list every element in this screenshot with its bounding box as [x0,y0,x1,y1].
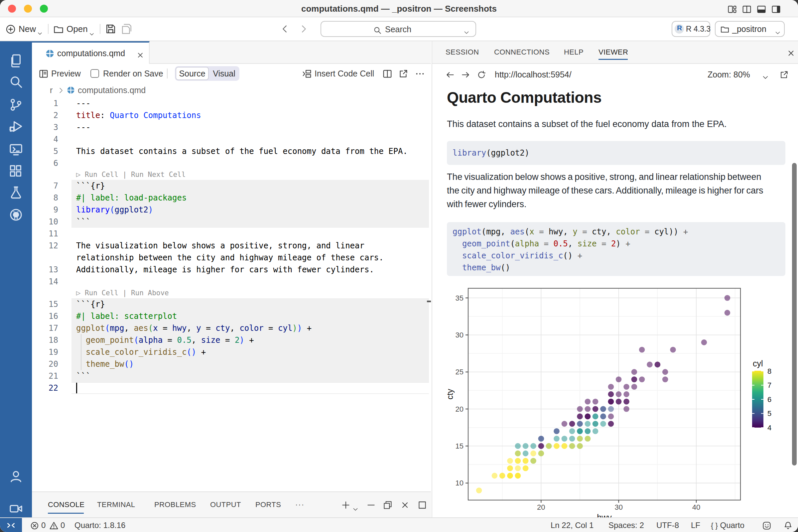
panel-maximize-icon[interactable] [418,500,427,509]
interpreter-button[interactable]: R R 4.3.3 [672,21,710,37]
source-tab[interactable]: Source [175,67,209,80]
notifications-bell-icon[interactable] [783,521,793,530]
feedback-smiley-icon[interactable] [762,521,772,530]
eol-indicator[interactable]: LF [691,518,700,532]
split-editor-icon[interactable] [382,69,392,79]
code-line: ▷ Run Cell | Run Next Cell [32,169,431,180]
source-control-icon[interactable] [8,97,23,112]
nav-back-icon[interactable] [280,24,290,34]
cursor-position[interactable]: Ln 22, Col 1 [551,518,593,532]
viewer-zoom-chevron-icon[interactable] [762,71,769,78]
panel-tab-ports[interactable]: PORTS [255,492,281,517]
search-icon[interactable] [8,75,23,89]
testing-icon[interactable] [8,185,23,200]
svg-text:5: 5 [767,409,772,418]
viewer-zoom-level[interactable]: Zoom: 80% [707,64,750,85]
right-tab-viewer[interactable]: VIEWER [598,41,628,63]
panel-add-chevron-icon[interactable] [353,503,358,509]
workspace-label: _positron [732,22,766,36]
viewer-content: Quarto Computations This dataset contain… [432,85,798,517]
code-editor[interactable]: 1---2title: Quarto Computations3---45Thi… [32,97,431,466]
sessions-icon[interactable] [8,142,23,157]
code-line: ▷ Run Cell | Run Above [32,288,431,298]
panel-restore-icon[interactable] [383,500,392,509]
panel-tab-output[interactable]: OUTPUT [210,492,241,517]
search-input[interactable]: Search [321,21,476,37]
workspace-button[interactable]: _positron [715,21,785,37]
viewer-url[interactable]: http://localhost:5954/ [495,64,572,85]
encoding[interactable]: UTF-8 [657,518,679,532]
language-mode[interactable]: { } Quarto [711,518,744,532]
account-icon[interactable] [8,469,23,484]
insert-code-cell-icon[interactable] [302,69,312,79]
svg-text:35: 35 [456,294,463,302]
globe-icon[interactable] [8,208,23,222]
visual-tab[interactable]: Visual [209,67,239,80]
svg-text:7: 7 [767,381,772,390]
panel-more-tabs[interactable]: ··· [295,492,305,517]
panel-close-icon[interactable] [400,500,410,509]
page-paragraph-1: This dataset contains a subset of the fu… [447,119,726,129]
new-chevron-icon[interactable] [37,26,42,32]
errors-count[interactable]: 0 [41,518,45,532]
code-line: 4 [32,133,431,145]
page-title: Quarto Computations [447,89,602,107]
tab-label: computations.qmd [57,42,125,64]
code-line: 14 [32,276,431,288]
viewer-scrollbar[interactable] [792,163,797,466]
panel-minimize-icon[interactable] [366,500,376,509]
remote-indicator[interactable] [0,518,22,532]
errors-icon[interactable] [30,521,39,530]
indentation[interactable]: Spaces: 2 [608,518,644,532]
open-external-icon[interactable] [398,69,408,79]
viewer-open-external-icon[interactable] [779,70,789,79]
new-file-icon[interactable] [5,24,16,35]
panel-add-icon[interactable] [341,500,350,509]
layout-grid-icon[interactable] [727,4,737,14]
save-all-icon[interactable] [121,23,132,35]
run-debug-icon[interactable] [8,119,23,134]
panel-tab-terminal[interactable]: TERMINAL [97,492,135,517]
tab-close-icon[interactable] [136,50,144,58]
code-line: 8#| label: load-packages [32,192,431,204]
viewer-back-icon[interactable] [445,70,455,79]
breadcrumb-file[interactable]: computations.qmd [78,83,146,97]
viewer-forward-icon[interactable] [461,70,470,79]
right-tab-connections[interactable]: CONNECTIONS [494,41,550,63]
quarto-version[interactable]: Quarto: 1.8.16 [75,518,125,532]
preview-button[interactable]: Preview [51,64,81,83]
layout-right-icon[interactable] [772,4,781,14]
right-tab-session[interactable]: SESSION [445,41,479,63]
save-icon[interactable] [105,23,116,35]
tab-computations[interactable]: computations.qmd [32,41,150,64]
right-panel-close-icon[interactable] [787,48,795,57]
warnings-icon[interactable] [49,521,58,530]
preview-icon[interactable] [39,69,49,79]
open-chevron-icon[interactable] [89,27,94,33]
layout-panel-icon[interactable] [757,4,766,14]
page-paragraph-2: The visualization below shows a positive… [447,170,770,211]
extensions-icon[interactable] [8,164,23,178]
more-actions-icon[interactable] [415,69,425,79]
svg-text:4: 4 [767,424,772,432]
viewer-reload-icon[interactable] [477,70,486,79]
open-folder-icon[interactable] [53,24,64,35]
new-button[interactable]: New [19,17,36,41]
insert-code-cell-button[interactable]: Insert Code Cell [315,64,374,83]
render-on-save-label[interactable]: Render on Save [103,64,163,83]
files-icon[interactable] [8,54,23,68]
open-button[interactable]: Open [66,17,88,41]
panel-tab-problems[interactable]: PROBLEMS [154,492,196,517]
warnings-count[interactable]: 0 [60,518,65,532]
svg-text:25: 25 [456,368,463,376]
svg-text:10: 10 [456,479,463,487]
breadcrumb-root[interactable]: r [50,83,53,97]
right-tab-help[interactable]: HELP [564,41,584,63]
layout-columns-icon[interactable] [742,4,752,14]
nav-forward-icon[interactable] [299,24,308,34]
code-line: 16#| label: scatterplot [32,310,431,322]
svg-text:20: 20 [456,405,463,413]
code-line: 13Additionally, mileage is higher for ca… [32,264,431,276]
render-on-save-checkbox[interactable] [91,69,99,78]
camera-icon[interactable] [8,501,23,516]
